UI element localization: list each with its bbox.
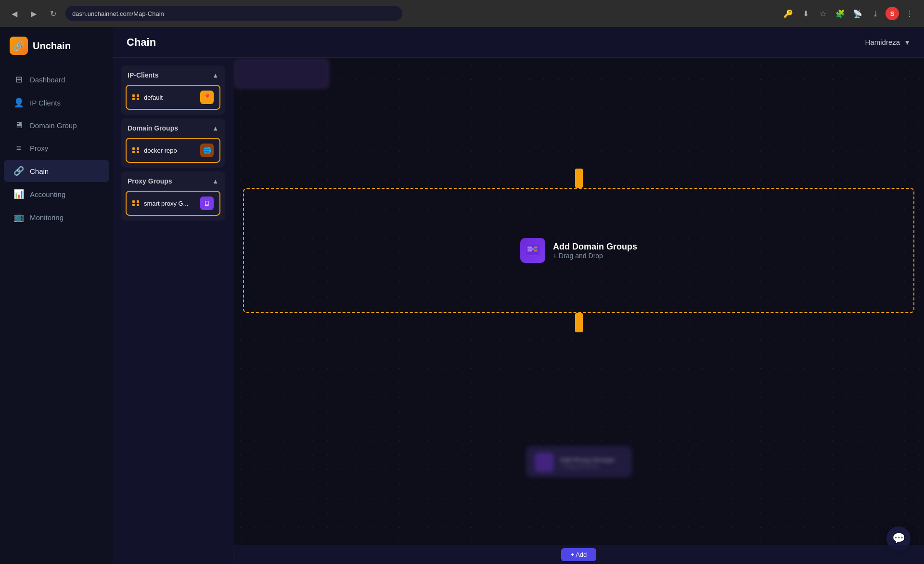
item-badge-orange: 📍 bbox=[200, 91, 214, 104]
drop-zone-subtitle: + Drag and Drop bbox=[553, 252, 637, 260]
download-icon[interactable]: ⬇ bbox=[799, 7, 812, 20]
svg-rect-4 bbox=[534, 247, 538, 248]
monitoring-icon: 📺 bbox=[13, 212, 24, 223]
svg-rect-6 bbox=[534, 250, 538, 251]
proxy-groups-node-blurred: Add Proxy Groups + Drag and Drop bbox=[526, 446, 632, 477]
left-panel: IP-Clients ▲ default 📍 bbox=[113, 58, 233, 564]
domain-groups-section: Domain Groups ▲ docker repo 🌐 bbox=[121, 118, 225, 168]
proxy-groups-title: Proxy Groups bbox=[128, 177, 172, 185]
chain-icon: 🔗 bbox=[13, 166, 24, 176]
download2-icon[interactable]: ⤓ bbox=[868, 7, 882, 20]
sidebar-label-chain: Chain bbox=[30, 167, 49, 175]
item-badge-server: 🖥 bbox=[200, 197, 214, 210]
sidebar-item-domain-group[interactable]: 🖥 Domain Group bbox=[4, 115, 109, 136]
user-name: Hamidreza bbox=[865, 38, 900, 46]
browser-actions: 🔑 ⬇ ☆ 🧩 📡 ⤓ S ⋮ bbox=[782, 7, 916, 20]
domain-group-icon: 🖥 bbox=[13, 120, 24, 131]
sidebar-label-domain-group: Domain Group bbox=[30, 121, 77, 130]
canvas-area[interactable]: Add Domain Groups + Drag and Drop Add Pr… bbox=[233, 58, 924, 564]
item-badge-brown: 🌐 bbox=[200, 144, 214, 157]
blurred-node-subtitle: + Drag and Drop bbox=[560, 463, 615, 469]
drag-handle-icon bbox=[132, 200, 140, 206]
sidebar-label-proxy: Proxy bbox=[30, 144, 48, 152]
address-bar[interactable]: dash.unchainnet.com/Map-Chain bbox=[65, 6, 402, 21]
svg-rect-0 bbox=[526, 245, 539, 255]
bottom-bar: + Add bbox=[233, 545, 924, 564]
sidebar-label-monitoring: Monitoring bbox=[30, 213, 64, 222]
svg-rect-3 bbox=[527, 250, 532, 251]
svg-rect-7 bbox=[529, 255, 537, 256]
domain-groups-items: docker repo 🌐 bbox=[121, 138, 225, 168]
sidebar-item-monitoring[interactable]: 📺 Monitoring bbox=[4, 206, 109, 228]
item-name-default: default bbox=[144, 94, 163, 101]
ip-clients-icon: 👤 bbox=[13, 97, 24, 108]
sidebar-item-dashboard[interactable]: ⊞ Dashboard bbox=[4, 68, 109, 91]
main-content: Chain Hamidreza ▼ IP-Clients ▲ bbox=[113, 27, 924, 564]
browser-chrome: ◀ ▶ ↻ dash.unchainnet.com/Map-Chain 🔑 ⬇ … bbox=[0, 0, 924, 27]
sidebar-logo: 🔗 Unchain bbox=[0, 37, 113, 68]
logo-icon: 🔗 bbox=[10, 37, 28, 55]
menu-icon[interactable]: ⋮ bbox=[903, 7, 916, 20]
item-name-smart-proxy: smart proxy G... bbox=[144, 200, 188, 207]
domain-groups-chevron-icon: ▲ bbox=[212, 125, 218, 132]
user-chevron-icon: ▼ bbox=[904, 39, 911, 46]
svg-rect-5 bbox=[534, 249, 538, 249]
password-icon[interactable]: 🔑 bbox=[782, 7, 795, 20]
dashboard-icon: ⊞ bbox=[13, 74, 24, 85]
url-text: dash.unchainnet.com/Map-Chain bbox=[72, 10, 164, 17]
drop-zone-title: Add Domain Groups bbox=[553, 242, 637, 252]
user-dropdown[interactable]: Hamidreza ▼ bbox=[865, 38, 911, 46]
logo-text: Unchain bbox=[33, 40, 71, 52]
proxy-groups-items: smart proxy G... 🖥 bbox=[121, 191, 225, 221]
page-header: Chain Hamidreza ▼ bbox=[113, 27, 924, 58]
extensions-icon[interactable]: 🧩 bbox=[834, 7, 847, 20]
ip-clients-section: IP-Clients ▲ default 📍 bbox=[121, 66, 225, 115]
domain-groups-drop-icon bbox=[520, 238, 545, 263]
sidebar-item-accounting[interactable]: 📊 Accounting bbox=[4, 183, 109, 205]
sidebar-item-chain[interactable]: 🔗 Chain bbox=[4, 160, 109, 182]
add-chain-button[interactable]: + Add bbox=[561, 548, 597, 561]
list-item[interactable]: smart proxy G... 🖥 bbox=[126, 191, 220, 216]
panel-item-left: default bbox=[132, 94, 163, 101]
panel-item-left: docker repo bbox=[132, 147, 177, 154]
page-title: Chain bbox=[127, 36, 156, 49]
sidebar-nav: ⊞ Dashboard 👤 IP Clients 🖥 Domain Group … bbox=[0, 68, 113, 228]
ip-clients-chevron-icon: ▲ bbox=[212, 72, 218, 79]
ip-clients-section-header[interactable]: IP-Clients ▲ bbox=[121, 66, 225, 85]
drag-handle-icon bbox=[132, 94, 140, 100]
sidebar-label-dashboard: Dashboard bbox=[30, 76, 65, 84]
list-item[interactable]: docker repo 🌐 bbox=[126, 138, 220, 163]
sidebar: 🔗 Unchain ⊞ Dashboard 👤 IP Clients 🖥 Dom… bbox=[0, 27, 113, 564]
list-item[interactable]: default 📍 bbox=[126, 85, 220, 110]
svg-rect-2 bbox=[527, 249, 534, 249]
sidebar-item-proxy[interactable]: ≡ Proxy bbox=[4, 137, 109, 159]
app-layout: 🔗 Unchain ⊞ Dashboard 👤 IP Clients 🖥 Dom… bbox=[0, 27, 924, 564]
connector-top bbox=[575, 169, 583, 188]
connector-bottom bbox=[575, 313, 583, 332]
svg-rect-1 bbox=[527, 247, 532, 248]
browser-avatar[interactable]: S bbox=[886, 7, 899, 20]
ip-clients-title: IP-Clients bbox=[128, 71, 159, 79]
star-icon[interactable]: ☆ bbox=[816, 7, 830, 20]
back-button[interactable]: ◀ bbox=[8, 7, 21, 20]
sidebar-label-ip-clients: IP Clients bbox=[30, 99, 61, 107]
ip-clients-items: default 📍 bbox=[121, 85, 225, 115]
sidebar-label-accounting: Accounting bbox=[30, 190, 65, 198]
proxy-groups-section-header[interactable]: Proxy Groups ▲ bbox=[121, 171, 225, 191]
proxy-groups-chevron-icon: ▲ bbox=[212, 178, 218, 185]
panel-item-left: smart proxy G... bbox=[132, 200, 188, 207]
domain-groups-title: Domain Groups bbox=[128, 124, 178, 132]
drop-zone-text: Add Domain Groups + Drag and Drop bbox=[553, 242, 637, 260]
forward-button[interactable]: ▶ bbox=[27, 7, 40, 20]
reload-button[interactable]: ↻ bbox=[46, 7, 60, 20]
domain-groups-section-header[interactable]: Domain Groups ▲ bbox=[121, 118, 225, 138]
sidebar-item-ip-clients[interactable]: 👤 IP Clients bbox=[4, 92, 109, 114]
proxy-groups-section: Proxy Groups ▲ smart proxy G... 🖥 bbox=[121, 171, 225, 221]
drag-handle-icon bbox=[132, 147, 140, 153]
cast-icon[interactable]: 📡 bbox=[851, 7, 864, 20]
domain-groups-drop-zone[interactable]: Add Domain Groups + Drag and Drop bbox=[243, 188, 914, 313]
blurred-node-title: Add Proxy Groups bbox=[560, 456, 615, 463]
accounting-icon: 📊 bbox=[13, 189, 24, 199]
item-name-docker-repo: docker repo bbox=[144, 147, 177, 154]
ip-client-node-blurred bbox=[233, 58, 330, 89]
